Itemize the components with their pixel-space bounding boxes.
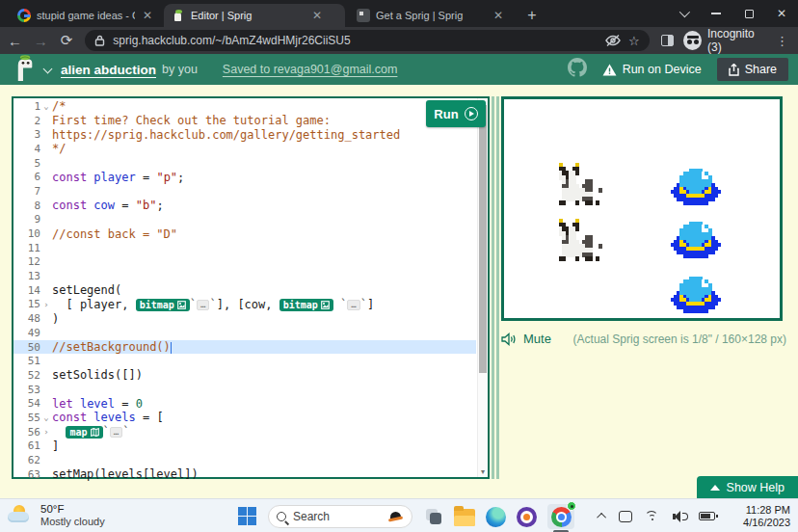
collapsed-code-ellipsis[interactable]: …	[347, 300, 359, 310]
map-icon	[91, 428, 99, 437]
code-text: ]	[52, 439, 476, 453]
tab-search-chevron-icon[interactable]	[667, 0, 700, 27]
tab-get-a-sprig[interactable]: Get a Sprig | Sprig ✕	[349, 4, 513, 27]
weather-widget[interactable]: 50°F Mostly cloudy	[8, 503, 105, 528]
code-line-4[interactable]: 4*/	[13, 142, 476, 156]
scrollbar-down-arrow[interactable]: ▾	[478, 467, 488, 476]
bitmap-widget-button[interactable]: bitmap	[279, 299, 333, 311]
code-line-6[interactable]: 6const player = "p";	[13, 170, 476, 184]
minimize-button[interactable]	[700, 0, 732, 27]
code-line-62[interactable]: 62	[13, 453, 476, 467]
code-line-53[interactable]: 53	[13, 383, 476, 397]
task-view-button[interactable]	[424, 507, 443, 526]
search-daily-icon	[388, 510, 404, 523]
close-button[interactable]: ✕	[765, 0, 798, 27]
chevron-down-icon[interactable]	[43, 64, 53, 73]
code-line-61[interactable]: 61]	[13, 439, 476, 454]
run-on-device-button[interactable]: Run on Device	[602, 63, 702, 76]
bookmark-star-icon[interactable]: ☆	[628, 34, 640, 48]
code-line-49[interactable]: 49	[13, 326, 476, 340]
tab-google-search[interactable]: stupid game ideas - Google Search ✕	[10, 4, 162, 27]
code-editor[interactable]: 1⌄/*2First time? Check out the tutorial …	[12, 96, 490, 479]
windows-start-button[interactable]	[238, 507, 256, 525]
collapsed-code-ellipsis[interactable]: …	[110, 427, 122, 438]
github-icon[interactable]	[568, 58, 587, 81]
taskbar-clock[interactable]: 11:28 PM 4/16/2023	[743, 504, 790, 529]
tab-close-icon[interactable]: ✕	[492, 9, 505, 22]
maximize-button[interactable]	[732, 0, 765, 27]
game-screen[interactable]	[501, 96, 783, 321]
code-line-8[interactable]: 8const cow = "b";	[13, 199, 476, 213]
side-panel-icon[interactable]	[661, 35, 674, 46]
code-line-56[interactable]: 56› map`…`	[13, 425, 476, 439]
fold-toggle-icon[interactable]: ⌄	[40, 101, 52, 111]
saved-to-link[interactable]: Saved to revaga901@gmail.com	[223, 63, 398, 76]
back-button[interactable]: ←	[4, 29, 26, 52]
taskbar-search[interactable]: Search	[268, 505, 412, 528]
tab-close-icon[interactable]: ✕	[141, 9, 154, 22]
clock-date: 4/16/2023	[743, 517, 790, 529]
mute-button[interactable]: Mute	[523, 332, 551, 346]
fold-toggle-icon[interactable]: ⌄	[40, 412, 52, 422]
bitmap-widget-button[interactable]: bitmap	[136, 299, 190, 311]
map-widget-button[interactable]: map	[66, 426, 102, 439]
address-bar[interactable]: sprig.hackclub.com/~/bAmZ4wdHMjr26CiiSU5…	[85, 30, 649, 51]
code-line-14[interactable]: 14setLegend(	[13, 283, 476, 298]
volume-icon[interactable]	[673, 511, 686, 522]
code-line-51[interactable]: 51	[13, 354, 476, 368]
code-line-11[interactable]: 11	[13, 241, 476, 255]
tab-sprig-editor[interactable]: Editor | Sprig ✕	[164, 4, 345, 27]
run-button[interactable]: Run	[426, 100, 486, 127]
reload-button[interactable]: ⟳	[56, 29, 78, 52]
code-line-55[interactable]: 55⌄const levels = [	[13, 411, 476, 425]
tray-overflow-chevron-icon[interactable]	[597, 513, 606, 522]
code-line-7[interactable]: 7	[13, 184, 476, 199]
line-number: 49	[13, 327, 40, 339]
browser-menu-icon[interactable]: ⋮	[776, 34, 788, 48]
code-line-52[interactable]: 52setSolids([])	[13, 368, 476, 383]
edge-browser-icon[interactable]	[486, 507, 506, 527]
editor-scrollbar[interactable]: ▾	[477, 98, 488, 477]
line-number: 3	[13, 128, 40, 141]
tab-close-icon[interactable]: ✕	[310, 9, 324, 22]
code-line-3[interactable]: 3https://sprig.hackclub.com/gallery/gett…	[13, 127, 476, 142]
code-line-2[interactable]: 2First time? Check out the tutorial game…	[13, 114, 476, 128]
line-number: 1	[13, 100, 40, 113]
show-help-button[interactable]: Show Help	[697, 476, 798, 498]
code-line-1[interactable]: 1⌄/*	[13, 99, 476, 114]
windows-taskbar: 50°F Mostly cloudy Search	[0, 498, 798, 532]
line-number: 55	[13, 412, 40, 424]
code-line-63[interactable]: 63setMap(levels[level])	[13, 467, 476, 482]
fold-toggle-icon[interactable]: ›	[40, 427, 52, 437]
code-line-54[interactable]: 54let level = 0	[13, 396, 476, 411]
code-text: //setBackground()	[52, 340, 476, 354]
security-app-icon[interactable]	[517, 507, 537, 527]
file-explorer-icon[interactable]	[454, 509, 475, 526]
incognito-badge[interactable]: Incognito (3)	[683, 27, 768, 54]
battery-icon[interactable]	[699, 512, 715, 520]
new-tab-button[interactable]: +	[520, 4, 544, 27]
code-line-48[interactable]: 48)	[13, 311, 476, 326]
chrome-icon[interactable]	[547, 504, 574, 529]
speaker-icon[interactable]	[501, 332, 518, 346]
code-line-12[interactable]: 12	[13, 255, 476, 270]
wifi-icon[interactable]	[645, 511, 660, 522]
scrollbar-thumb[interactable]	[479, 105, 487, 373]
tab-title: Get a Sprig | Sprig	[376, 10, 486, 21]
tray-window-icon[interactable]	[619, 511, 632, 522]
code-line-13[interactable]: 13	[13, 269, 476, 283]
panel-resizer-handle[interactable]	[492, 96, 499, 479]
game-title[interactable]: alien abduction	[61, 63, 156, 77]
token: First time? Check out the tutorial game:	[52, 114, 331, 127]
code-line-10[interactable]: 10//const back = "D"	[13, 226, 476, 241]
forward-button[interactable]: →	[30, 29, 52, 52]
share-button[interactable]: Share	[717, 58, 788, 81]
code-line-5[interactable]: 5	[13, 156, 476, 171]
eye-off-icon[interactable]	[605, 34, 621, 47]
code-line-15[interactable]: 15› [ player, bitmap`…`], [cow, bitmap `…	[13, 298, 476, 312]
sprig-dino-logo[interactable]	[12, 55, 37, 85]
collapsed-code-ellipsis[interactable]: …	[197, 300, 209, 310]
fold-toggle-icon[interactable]: ›	[40, 300, 52, 309]
code-line-50[interactable]: 50//setBackground()	[13, 340, 476, 355]
code-line-9[interactable]: 9	[13, 213, 476, 227]
